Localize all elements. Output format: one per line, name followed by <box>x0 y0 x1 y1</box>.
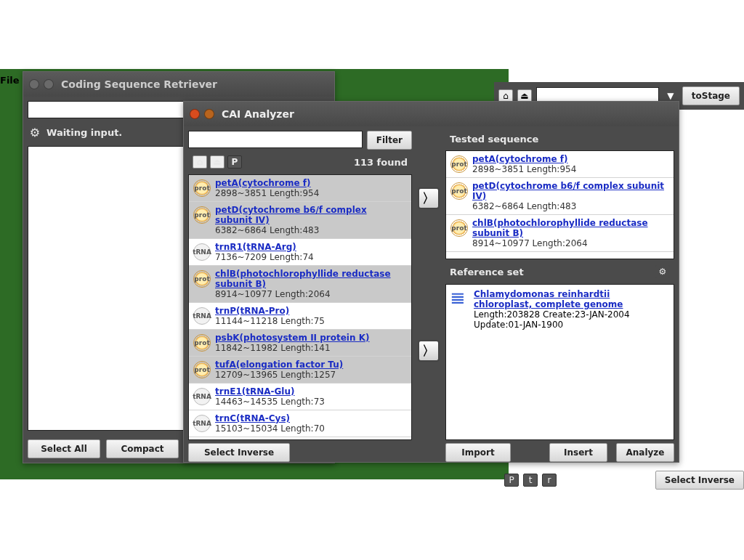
trna-icon: tRNA <box>193 243 211 261</box>
trna-icon: tRNA <box>193 388 211 405</box>
eject-icon[interactable]: ⏏ <box>210 155 225 169</box>
sequence-position: 8914~10977 Length:2064 <box>472 238 669 248</box>
sequence-name[interactable]: petA(cytochrome f) <box>215 178 319 188</box>
list-item[interactable]: protpetD(cytochrome b6/f complex subunit… <box>446 178 674 215</box>
sequence-name[interactable]: chlB(photochlorophyllide reductase subun… <box>472 218 669 238</box>
sequence-position: 15103~15034 Length:70 <box>215 423 325 434</box>
trna-icon: tRNA <box>193 307 211 325</box>
menu-file[interactable]: File <box>0 75 20 86</box>
protein-icon: prot <box>450 219 468 237</box>
filter-button[interactable]: Filter <box>367 131 412 150</box>
reference-meta1: Length:203828 Create:23-JAN-2004 <box>474 309 669 320</box>
select-inverse-button[interactable]: Select Inverse <box>188 443 290 462</box>
sequence-position: 11144~11218 Length:75 <box>215 316 325 326</box>
insert-button[interactable]: Insert <box>549 443 607 462</box>
select-inverse-button[interactable]: Select Inverse <box>655 471 744 490</box>
reference-header: Reference set ⚙ <box>445 262 674 281</box>
sequence-position: 6382~6864 Length:483 <box>215 225 407 235</box>
reference-name[interactable]: Chlamydomonas reinhardtii chloroplast, c… <box>474 289 669 309</box>
window-cai: CAI Analyzer Filter ⌂ ⏏ P 113 found prot… <box>183 101 679 463</box>
sequence-name[interactable]: petA(cytochrome f) <box>472 154 576 164</box>
bottom-right-toolbar: P t r Select Inverse <box>504 471 744 490</box>
list-item[interactable]: tRNAtrnP(tRNA-Pro)11144~11218 Length:75 <box>189 303 411 330</box>
csr-status-text: Waiting input. <box>46 127 122 138</box>
t-icon[interactable]: t <box>523 474 538 487</box>
gear-icon[interactable]: ⚙ <box>655 265 670 278</box>
select-all-button[interactable]: Select All <box>28 439 100 458</box>
cai-titlebar[interactable]: CAI Analyzer <box>184 102 679 126</box>
list-item[interactable]: prottufA(elongation factor Tu)12709~1396… <box>189 357 411 384</box>
close-icon[interactable] <box>190 109 200 119</box>
sequence-name[interactable]: trnR1(tRNA-Arg) <box>215 242 314 252</box>
protein-icon: prot <box>193 206 211 224</box>
sequence-name[interactable]: petD(cytochrome b6/f complex subunit IV) <box>215 205 407 225</box>
list-item[interactable]: protchlB(photochlorophyllide reductase s… <box>189 266 411 303</box>
move-to-tested-button[interactable]: 〉 <box>418 187 440 209</box>
sequence-name[interactable]: psbK(photosystem II protein K) <box>215 333 369 343</box>
chromosome-icon: 𝌆 <box>450 289 469 311</box>
filter-input[interactable] <box>188 131 363 148</box>
list-item[interactable]: tRNAtrnC(tRNA-Cys)15103~15034 Length:70 <box>189 410 411 437</box>
protein-icon: prot <box>450 155 468 173</box>
sequence-name[interactable]: trnE1(tRNA-Glu) <box>215 386 325 397</box>
reference-panel: 𝌆 Chlamydomonas reinhardtii chloroplast,… <box>445 284 674 440</box>
sequence-position: 6382~6864 Length:483 <box>472 201 669 211</box>
p-icon[interactable]: P <box>227 155 242 169</box>
found-count: 113 found <box>354 157 408 168</box>
protein-icon: prot <box>193 179 211 197</box>
sequence-position: 11842~11982 Length:141 <box>215 343 369 353</box>
tested-sequence-list[interactable]: protpetA(cytochrome f)2898~3851 Length:9… <box>445 150 674 259</box>
sequence-position: 12709~13965 Length:1257 <box>215 370 343 380</box>
list-item[interactable]: protpetD(cytochrome b6/f complex subunit… <box>189 202 411 239</box>
close-icon[interactable] <box>29 79 39 89</box>
home-icon[interactable]: ⌂ <box>193 155 207 169</box>
protein-icon: prot <box>193 334 211 352</box>
to-stage-button[interactable]: toStage <box>682 86 740 105</box>
reference-meta2: Update:01-JAN-1900 <box>474 320 669 330</box>
analyze-button[interactable]: Analyze <box>616 443 674 462</box>
cai-title: CAI Analyzer <box>222 108 294 120</box>
sequence-name[interactable]: petD(cytochrome b6/f complex subunit IV) <box>472 181 669 201</box>
minimize-icon[interactable] <box>44 79 54 89</box>
move-to-reference-button[interactable]: 〉 <box>418 340 440 362</box>
trna-icon: tRNA <box>193 415 211 432</box>
list-item[interactable]: protpetA(cytochrome f)2898~3851 Length:9… <box>189 175 411 202</box>
sequence-name[interactable]: trnC(tRNA-Cys) <box>215 413 325 423</box>
import-button[interactable]: Import <box>445 443 511 462</box>
compact-button[interactable]: Compact <box>106 439 179 458</box>
list-item[interactable]: protpsbK(photosystem II protein K)11842~… <box>189 330 411 357</box>
gear-icon: ⚙ <box>28 126 42 139</box>
csr-title: Coding Sequence Retriever <box>61 78 217 90</box>
sequence-name[interactable]: tufA(elongation factor Tu) <box>215 360 343 370</box>
sequence-name[interactable]: chlB(photochlorophyllide reductase subun… <box>215 269 407 289</box>
tested-header: Tested sequence <box>445 131 674 147</box>
sequence-position: 2898~3851 Length:954 <box>215 188 319 198</box>
protein-icon: prot <box>450 182 468 200</box>
sequence-name[interactable]: trnP(tRNA-Pro) <box>215 306 325 316</box>
csr-titlebar[interactable]: Coding Sequence Retriever <box>23 72 334 97</box>
protein-icon: prot <box>193 361 211 378</box>
protein-icon: prot <box>193 270 211 288</box>
sequence-position: 2898~3851 Length:954 <box>472 164 576 174</box>
sequence-position: 8914~10977 Length:2064 <box>215 289 407 299</box>
cai-list-header: ⌂ ⏏ P 113 found <box>188 153 412 171</box>
list-item[interactable]: tRNAtrnR1(tRNA-Arg)7136~7209 Length:74 <box>189 239 411 266</box>
minimize-icon[interactable] <box>204 109 214 119</box>
r-icon[interactable]: r <box>542 474 557 487</box>
cai-sequence-list[interactable]: protpetA(cytochrome f)2898~3851 Length:9… <box>188 174 412 440</box>
p-icon[interactable]: P <box>504 474 519 487</box>
list-item[interactable]: protchlB(photochlorophyllide reductase s… <box>446 215 674 252</box>
sequence-position: 7136~7209 Length:74 <box>215 252 314 262</box>
sequence-position: 14463~14535 Length:73 <box>215 397 325 407</box>
list-item[interactable]: protpetA(cytochrome f)2898~3851 Length:9… <box>446 151 674 178</box>
list-item[interactable]: tRNAtrnE1(tRNA-Glu)14463~14535 Length:73 <box>189 384 411 410</box>
